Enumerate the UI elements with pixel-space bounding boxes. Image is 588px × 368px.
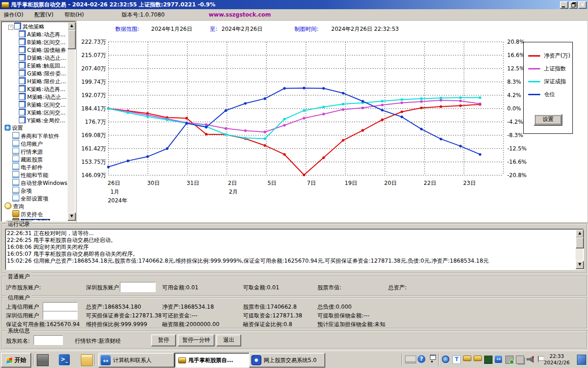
volume-muted-icon[interactable] (526, 356, 534, 363)
tree-item[interactable]: -其他策略 (2, 23, 67, 30)
svg-text:19日: 19日 (345, 180, 357, 186)
data-point (401, 102, 403, 104)
sh-credit-account-field[interactable] (43, 302, 78, 311)
restore-icon[interactable] (430, 355, 436, 360)
data-point (303, 109, 305, 112)
pause-one-minute-button[interactable]: 暂停一分钟 (178, 334, 215, 346)
tree-item[interactable]: C策略:国债融券 (2, 46, 67, 54)
tree-item[interactable]: B策略:区间交... (2, 38, 67, 46)
teamviewer-icon[interactable] (495, 356, 502, 363)
normal-account-title: 普通账户 (6, 273, 32, 281)
tree-item[interactable]: 杂项 (2, 187, 67, 195)
note-icon (19, 101, 26, 108)
task-button[interactable]: 网上股票交易系统5.0 (249, 353, 325, 368)
website-link[interactable]: www.sszgstock.com (209, 12, 271, 18)
tree-item[interactable]: K策略:动态再... (2, 85, 67, 93)
data-point (264, 144, 266, 147)
task-label: 甩手掌柜股票自... (188, 356, 233, 364)
svg-text:5日: 5日 (267, 180, 277, 186)
gold-bar-icon[interactable] (463, 356, 471, 361)
log-scrollbar[interactable]: ▲ ▼ (576, 230, 583, 269)
data-point (146, 155, 149, 158)
help-icon[interactable] (418, 355, 425, 363)
menu-config[interactable]: 配置(V) (31, 10, 57, 20)
sz-holder-account-field[interactable] (120, 282, 156, 292)
sh-holder-account-label: 沪市股东账户: (6, 284, 41, 292)
data-point (225, 133, 227, 136)
data-point (166, 119, 169, 121)
collapse-icon[interactable]: - (8, 25, 13, 30)
gold-bar-icon[interactable] (474, 356, 482, 361)
tree-item[interactable]: 藏匿股票 (2, 155, 67, 163)
tree-item[interactable]: G策略:限价委... (2, 69, 67, 77)
close-button[interactable] (578, 1, 587, 9)
svg-text:30日: 30日 (147, 180, 159, 186)
net-asset-line-swatch (528, 55, 540, 57)
green-grid-icon[interactable] (484, 356, 492, 364)
tree-item[interactable]: E策略:触底回... (2, 62, 67, 69)
tree-item[interactable]: 查询 (2, 202, 67, 210)
tree-item[interactable]: 自动登录Windows (2, 179, 67, 187)
tree-item[interactable]: 券商和下单软件 (2, 132, 67, 140)
scroll-up-icon[interactable]: ▲ (576, 230, 584, 238)
scroll-down-icon[interactable]: ▼ (576, 261, 584, 269)
sz-credit-account-field[interactable] (43, 311, 78, 320)
tree-item[interactable]: 行情来源 (2, 148, 67, 155)
menu-operate[interactable]: 操作(O) (0, 10, 27, 20)
chart-settings-button[interactable]: 设置 (534, 114, 562, 126)
tree-item[interactable]: 设置 (2, 124, 67, 132)
credit-total-assets: 总资产:1868534.180 (86, 303, 141, 311)
tree-item[interactable]: A策略:动态再... (2, 30, 67, 38)
menu-help[interactable]: 帮助(H) (61, 10, 87, 20)
tree-item[interactable]: 全部设置项 (2, 195, 67, 202)
data-point (381, 104, 384, 107)
svg-text:146.09万: 146.09万 (81, 172, 106, 178)
scroll-up-icon[interactable]: ▲ (68, 22, 76, 30)
page-icon (12, 187, 19, 194)
svg-text:-8.3%: -8.3% (507, 132, 523, 138)
log-scroll-thumb[interactable] (576, 237, 584, 248)
globe-blue-icon[interactable] (442, 356, 449, 363)
data-point (107, 107, 110, 110)
holder-name-field[interactable] (34, 335, 63, 345)
chat-icon[interactable] (452, 356, 461, 364)
exit-button[interactable]: 退出 (216, 334, 241, 346)
svg-text:2024年: 2024年 (108, 197, 128, 204)
tree-item[interactable]: X策略:区间交... (2, 109, 67, 116)
task-button[interactable]: 计算机和联系人 (98, 353, 175, 368)
task-label: 计算机和联系人 (113, 356, 152, 364)
powershell-icon[interactable] (59, 354, 70, 365)
data-point (459, 100, 462, 103)
tree-item[interactable]: D策略:动态止... (2, 54, 67, 62)
tree-item[interactable]: 历史持仓 (2, 210, 67, 218)
start-button[interactable]: 开始 (1, 353, 31, 368)
tree-scrollbar[interactable]: ▲ ▼ (68, 22, 75, 221)
tree-item[interactable]: H策略:限价止... (2, 77, 67, 85)
system-tools-icon[interactable] (37, 354, 49, 366)
minimize-button[interactable] (560, 1, 568, 9)
data-point (342, 103, 345, 105)
folder-icon[interactable] (81, 354, 93, 366)
tree-scroll-thumb[interactable] (68, 30, 76, 49)
restore-button[interactable] (569, 1, 577, 9)
network-icon[interactable] (516, 356, 524, 364)
chart-grid (108, 42, 503, 175)
tree-item[interactable]: 电子邮件 (2, 163, 67, 171)
pause-button[interactable]: 暂停 (151, 334, 176, 346)
tree-item[interactable]: 信用账户 (2, 140, 67, 148)
show-desktop-icon[interactable] (577, 355, 586, 365)
svg-text:4.2%: 4.2% (507, 92, 521, 98)
tree-item[interactable]: Y策略:全局控... (2, 116, 67, 124)
svg-text:-4.2%: -4.2% (507, 119, 523, 125)
system-info-title: 系统信息 (6, 327, 32, 335)
series-0-line (107, 103, 481, 176)
data-point (283, 124, 286, 126)
tree-item[interactable]: M策略:动态止... (2, 93, 67, 101)
tree-item[interactable]: 性能和节能 (2, 171, 67, 179)
usb-ok-icon[interactable] (505, 356, 514, 364)
keyboard-icon[interactable] (405, 356, 416, 363)
tree-item[interactable]: R策略:区间交... (2, 101, 67, 109)
clock-date: 2024/2/26 (538, 360, 575, 366)
scroll-down-icon[interactable]: ▼ (68, 213, 76, 221)
task-button[interactable]: 甩手掌柜股票自... (175, 353, 250, 368)
